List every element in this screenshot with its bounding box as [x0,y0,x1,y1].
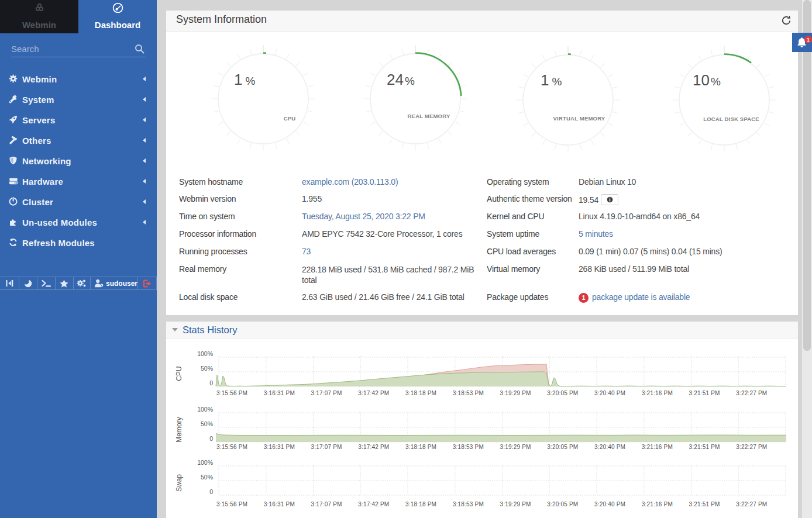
svg-text:3:20:05 PM: 3:20:05 PM [547,390,578,396]
svg-text:3:17:07 PM: 3:17:07 PM [311,444,342,450]
svg-text:3:17:07 PM: 3:17:07 PM [311,390,342,396]
svg-text:100%: 100% [197,350,213,357]
svg-text:3:17:42 PM: 3:17:42 PM [358,444,389,450]
svg-text:3:20:40 PM: 3:20:40 PM [594,390,625,396]
svg-text:0: 0 [209,435,213,442]
svg-text:3:20:05 PM: 3:20:05 PM [547,444,578,450]
svg-text:3:16:31 PM: 3:16:31 PM [264,444,295,450]
svg-text:3:21:51 PM: 3:21:51 PM [689,390,720,396]
svg-text:3:18:18 PM: 3:18:18 PM [405,501,436,507]
svg-text:50%: 50% [201,474,213,481]
svg-text:50%: 50% [201,420,213,427]
svg-text:3:20:05 PM: 3:20:05 PM [547,501,578,507]
svg-text:3:19:29 PM: 3:19:29 PM [500,444,531,450]
svg-text:50%: 50% [201,365,213,372]
svg-text:3:20:40 PM: 3:20:40 PM [594,444,625,450]
svg-text:3:16:31 PM: 3:16:31 PM [264,390,295,396]
svg-text:3:17:42 PM: 3:17:42 PM [358,390,389,396]
svg-text:3:19:29 PM: 3:19:29 PM [500,501,531,507]
svg-text:0: 0 [209,379,213,386]
svg-text:3:21:16 PM: 3:21:16 PM [642,390,673,396]
svg-text:3:18:18 PM: 3:18:18 PM [405,444,436,450]
svg-text:Memory: Memory [175,417,183,442]
svg-text:3:17:42 PM: 3:17:42 PM [358,501,389,507]
svg-text:3:21:16 PM: 3:21:16 PM [642,444,673,450]
svg-text:CPU: CPU [175,366,183,381]
svg-text:3:15:56 PM: 3:15:56 PM [216,390,247,396]
svg-text:3:20:40 PM: 3:20:40 PM [594,501,625,507]
svg-text:3:22:27 PM: 3:22:27 PM [736,390,767,396]
svg-text:3:17:07 PM: 3:17:07 PM [311,501,342,507]
svg-text:Swap: Swap [175,474,183,492]
svg-text:3:15:56 PM: 3:15:56 PM [216,444,247,450]
svg-text:3:19:29 PM: 3:19:29 PM [500,390,531,396]
svg-text:100%: 100% [197,459,213,466]
svg-text:0: 0 [209,488,213,495]
svg-text:3:21:51 PM: 3:21:51 PM [689,501,720,507]
svg-text:3:18:53 PM: 3:18:53 PM [453,501,484,507]
svg-text:3:22:27 PM: 3:22:27 PM [736,501,767,507]
svg-text:3:21:16 PM: 3:21:16 PM [642,501,673,507]
svg-text:3:22:27 PM: 3:22:27 PM [736,444,767,450]
svg-text:3:18:53 PM: 3:18:53 PM [453,390,484,396]
svg-text:3:18:18 PM: 3:18:18 PM [405,390,436,396]
svg-text:3:18:53 PM: 3:18:53 PM [453,444,484,450]
svg-text:3:16:31 PM: 3:16:31 PM [264,501,295,507]
svg-text:3:21:51 PM: 3:21:51 PM [689,444,720,450]
svg-text:100%: 100% [197,406,213,413]
svg-text:3:15:56 PM: 3:15:56 PM [216,501,247,507]
